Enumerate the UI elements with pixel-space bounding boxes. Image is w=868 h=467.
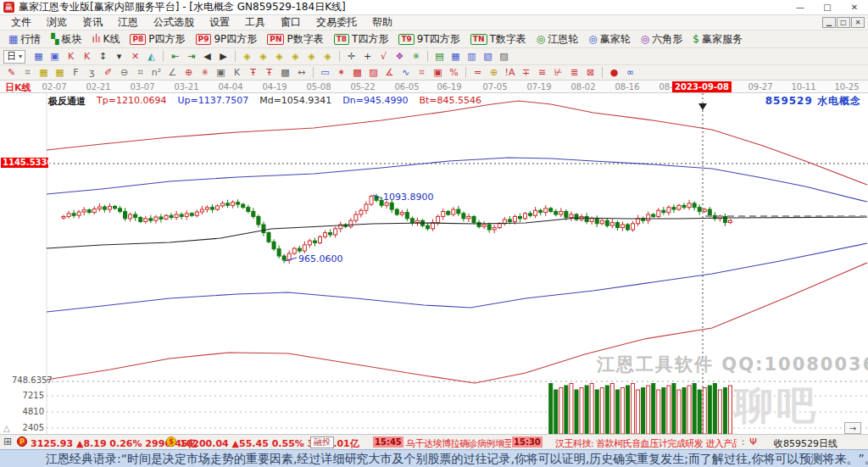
cube2-icon[interactable]: ▦ — [52, 66, 68, 80]
circle-slash-icon[interactable]: ⊖ — [116, 66, 132, 80]
leaf-icon[interactable]: ✳ — [408, 50, 424, 64]
red-net2-icon[interactable]: ▨ — [365, 66, 381, 80]
gann-diamond-2-icon[interactable]: ◈ — [255, 50, 271, 64]
shanghai-index-icon[interactable]: P — [17, 436, 27, 447]
infinity-icon[interactable]: ∞ — [622, 66, 638, 80]
toolbar-button-winner-wheel[interactable]: ◎赢家轮 — [583, 31, 635, 47]
first-bar-icon[interactable]: ⇤ — [167, 50, 183, 64]
gann-diamond-4-icon[interactable]: ◈ — [287, 50, 303, 64]
close-button[interactable]: ✕ — [841, 0, 868, 14]
angle2-icon[interactable]: ∡ — [381, 66, 398, 80]
gann-diamond-5-icon[interactable]: ◈ — [303, 50, 320, 64]
wave-line-icon[interactable]: ≂ — [470, 66, 486, 80]
grid-icon[interactable]: ⌗ — [19, 66, 36, 80]
gann-diamond-6-icon[interactable]: ◈ — [320, 50, 336, 64]
toolbar-button-p-square[interactable]: P8P四方形 — [125, 31, 190, 47]
panel-icon[interactable]: ▣ — [47, 50, 63, 64]
marker-icon[interactable]: ✐ — [100, 66, 116, 80]
toolbar-button-9p-square[interactable]: P99P四方形 — [191, 31, 263, 47]
prev-bar-icon[interactable]: ◀ — [199, 50, 215, 64]
minimize-button[interactable]: — — [787, 0, 814, 14]
toolbar-button-t-square[interactable]: T8T四方形 — [329, 31, 394, 47]
mdi-close-button[interactable]: ✕ — [851, 17, 865, 28]
erase-icon[interactable]: ✕ — [127, 50, 143, 64]
hook-icon[interactable]: ʒ — [84, 66, 100, 80]
menu-item-江恩[interactable]: 江恩 — [110, 15, 146, 30]
menu-item-文件[interactable]: 文件 — [3, 15, 39, 30]
chart-area[interactable]: 极反通道 Tp=1210.0694 Up=1137.7507 Md=1054.9… — [0, 93, 868, 434]
toolbar-button-gann-wheel[interactable]: ◎江恩轮 — [531, 31, 583, 47]
angle-icon[interactable]: ∠ — [164, 66, 181, 80]
check-icon[interactable]: √ — [376, 50, 392, 64]
scroll-left-indicator[interactable]: △ — [3, 424, 10, 433]
updown-icon[interactable]: ↕ — [95, 50, 111, 64]
tbar-icon[interactable]: ∓ — [518, 66, 534, 80]
red-box-icon[interactable]: ▣ — [430, 66, 446, 80]
gann-diamond-1-icon[interactable]: ◈ — [239, 50, 255, 64]
hand-icon[interactable]: ✛ — [343, 50, 359, 64]
n-square-icon[interactable]: n² — [148, 66, 164, 80]
k-quote-icon[interactable]: K — [229, 66, 245, 80]
shenzhen-index-icon[interactable]: $ — [166, 436, 176, 447]
menu-item-设置[interactable]: 设置 — [202, 15, 237, 30]
alert-a-icon[interactable]: !A — [502, 66, 518, 80]
toolbar-button-quotes[interactable]: ▦行情 — [3, 31, 46, 47]
letter-f-icon[interactable]: F — [68, 66, 84, 80]
menu-item-工具[interactable]: 工具 — [237, 15, 273, 30]
toolbar-button-9t-square[interactable]: T99T四方形 — [393, 31, 465, 47]
cross-box-icon[interactable]: ⊠ — [582, 66, 598, 80]
toolbar-button-sectors[interactable]: ▚板块 — [46, 31, 86, 47]
target-icon[interactable]: ⊕ — [181, 66, 197, 80]
wave-icon[interactable]: ∿ — [398, 66, 414, 80]
menu-item-交易委托[interactable]: 交易委托 — [309, 15, 364, 30]
mini-kline-icon[interactable]: K — [63, 50, 79, 64]
toolbar-button-kline[interactable]: ılıK线 — [87, 31, 125, 47]
scroll-right-button[interactable]: → — [844, 422, 861, 434]
mountain-icon[interactable]: ◭ — [143, 50, 159, 64]
rect-tool-icon[interactable]: ▭ — [317, 66, 333, 80]
tower2-icon[interactable]: Ŧ — [261, 66, 277, 80]
hash-icon[interactable]: ⌗ — [132, 66, 148, 80]
maximize-button[interactable]: □ — [814, 0, 841, 14]
calendar-icon[interactable]: ▤ — [431, 50, 448, 64]
menu-item-资讯[interactable]: 资讯 — [75, 15, 110, 30]
net-icon[interactable]: ▩ — [277, 66, 293, 80]
menu-item-公式选股[interactable]: 公式选股 — [146, 15, 202, 30]
toolbar-button-hexagon[interactable]: ◎六角形 — [636, 31, 687, 47]
window-icon[interactable]: ▦ — [31, 50, 47, 64]
menu-item-帮助[interactable]: 帮助 — [364, 15, 400, 30]
pencil-icon[interactable]: ✎ — [3, 66, 19, 80]
flower-icon[interactable]: ❖ — [392, 50, 408, 64]
approx-icon[interactable]: ≊ — [534, 66, 550, 80]
tower-icon[interactable]: Ŧ — [245, 66, 261, 80]
quote-grid-icon[interactable]: ⊞ — [3, 436, 12, 448]
red-net-icon[interactable]: ▩ — [349, 66, 365, 80]
mdi-minimize-button[interactable]: ▁ — [822, 17, 836, 28]
h-arrow-icon[interactable]: ↔ — [293, 66, 309, 80]
red-ball-icon[interactable]: ● — [606, 66, 622, 80]
box-icon[interactable]: ▣ — [213, 66, 229, 80]
calculator-icon[interactable]: ▦ — [448, 50, 464, 64]
next-bar-icon[interactable]: ▶ — [215, 50, 231, 64]
dropdown-caret-icon[interactable]: ▾ — [111, 50, 127, 64]
monitor-icon[interactable]: ▥ — [464, 50, 480, 64]
gann-diamond-3-icon[interactable]: ◈ — [271, 50, 287, 64]
menu-item-浏览[interactable]: 浏览 — [39, 15, 75, 30]
red-hash-icon[interactable]: ⌗ — [414, 66, 430, 80]
toolbar-button-t-table[interactable]: TNT数字表 — [465, 31, 531, 47]
crosshair-icon[interactable]: + — [359, 50, 376, 64]
mini-kline2-icon[interactable]: K — [79, 50, 95, 64]
mdi-restore-button[interactable]: □ — [837, 17, 850, 28]
period-dropdown[interactable]: 日 ▾ — [3, 50, 25, 64]
asterisk-icon[interactable]: ✳ — [197, 66, 213, 80]
rays-icon[interactable]: ✶ — [333, 66, 349, 80]
lines-icon[interactable]: ≣ — [566, 66, 582, 80]
gold-target-icon[interactable]: ⊕ — [486, 66, 502, 80]
toolbar-button-p-table[interactable]: PNP数字表 — [262, 31, 328, 47]
menu-item-窗口[interactable]: 窗口 — [273, 15, 309, 30]
last-bar-icon[interactable]: ⇥ — [183, 50, 199, 64]
toolbar-button-winner-service[interactable]: $赢家服务 — [687, 31, 748, 47]
news-ticker-item-1[interactable]: 乌干达埃博拉确诊病例增至11例 — [406, 437, 511, 449]
slash-t-icon[interactable]: ⊬ — [550, 66, 566, 80]
percent-icon[interactable]: % — [446, 66, 462, 80]
